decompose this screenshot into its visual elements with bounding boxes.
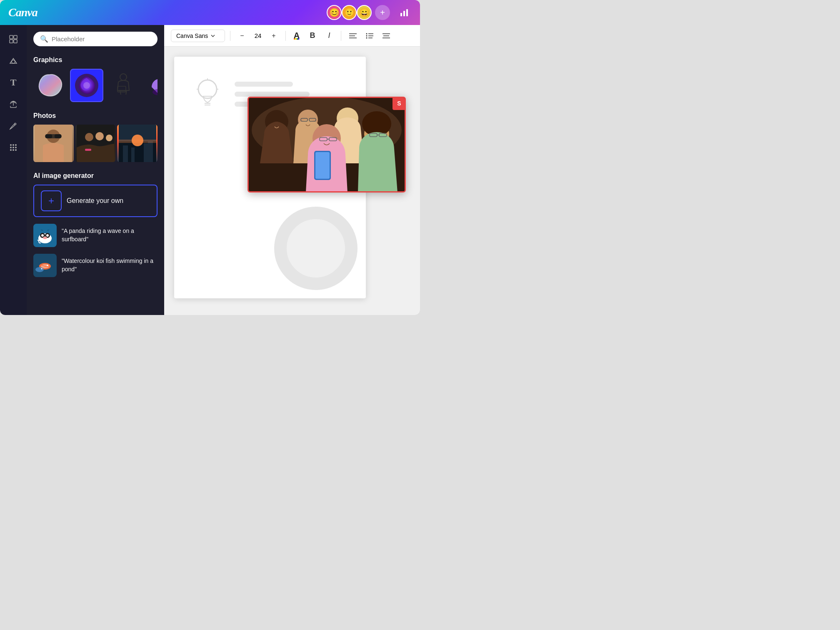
color-rainbow-underline	[294, 38, 300, 40]
canva-logo: Canva	[8, 6, 38, 19]
toolbar-divider-1	[230, 31, 230, 41]
photos-section-title: Photos	[33, 112, 158, 120]
avatar-3[interactable]: 😄	[357, 5, 372, 20]
toolbar: Canva Sans − 24 + A B I	[164, 25, 420, 47]
group-photo-svg	[249, 98, 405, 191]
header-right: 😊 🙂 😄 +	[327, 5, 412, 20]
canvas-line-2	[235, 92, 310, 97]
svg-point-13	[12, 147, 14, 148]
search-bar[interactable]: 🔍	[33, 32, 158, 46]
search-input[interactable]	[52, 35, 151, 42]
italic-button[interactable]: I	[322, 29, 336, 42]
ai-generator-section: AI image generator + Generate your own	[33, 172, 158, 277]
svg-point-10	[12, 144, 14, 146]
svg-rect-32	[85, 149, 91, 151]
svg-point-29	[85, 133, 93, 141]
svg-rect-0	[400, 13, 402, 16]
main-area: T	[0, 25, 420, 315]
svg-rect-79	[315, 152, 330, 179]
panda-thumb	[33, 224, 57, 247]
generate-your-own-button[interactable]: + Generate your own	[33, 185, 158, 217]
svg-point-66	[198, 80, 217, 98]
generate-label: Generate your own	[67, 197, 123, 205]
svg-point-57	[366, 33, 368, 34]
graphics-section-title: Graphics	[33, 56, 158, 64]
panda-description: "A panda riding a wave on a surfboard"	[62, 227, 158, 243]
ai-example-koi[interactable]: "Watercolour koi fish swimming in a pond…	[33, 254, 158, 277]
svg-point-14	[15, 147, 17, 148]
svg-point-45	[41, 234, 44, 237]
svg-point-84	[371, 112, 382, 124]
photo-thumb-city[interactable]	[117, 125, 158, 162]
font-selector[interactable]: Canva Sans	[171, 30, 225, 42]
generate-plus-icon: +	[41, 190, 62, 211]
avatar-1-face: 😊	[329, 8, 340, 18]
more-formatting-icon	[382, 33, 390, 39]
sidebar-icon-elements[interactable]	[4, 30, 22, 48]
svg-rect-40	[119, 140, 156, 143]
photo-thumb-group[interactable]	[75, 125, 116, 162]
graphic-purple-swirl[interactable]	[70, 69, 103, 102]
font-dropdown-icon	[210, 33, 215, 38]
list-button[interactable]	[363, 29, 376, 42]
toolbar-divider-3	[341, 31, 341, 41]
ai-example-panda[interactable]: "A panda riding a wave on a surfboard"	[33, 224, 158, 247]
sidebar-icon-draw[interactable]	[4, 117, 22, 135]
svg-point-7	[12, 60, 15, 63]
photo-inner: S	[249, 98, 405, 191]
photo-user-badge: S	[392, 98, 405, 110]
align-button[interactable]	[346, 29, 360, 42]
svg-rect-3	[10, 35, 13, 39]
font-name: Canva Sans	[176, 32, 208, 39]
svg-point-53	[41, 268, 42, 270]
graphic-person-laptop[interactable]	[107, 69, 140, 102]
graphic-purple-fan[interactable]	[143, 69, 158, 102]
photos-row	[33, 125, 158, 162]
header: Canva 😊 🙂 😄 +	[0, 0, 420, 25]
list-icon	[366, 33, 373, 39]
svg-point-20	[120, 74, 127, 80]
font-size-increase-button[interactable]: +	[267, 29, 280, 42]
canvas-line-1	[235, 82, 293, 87]
font-size-value[interactable]: 24	[252, 32, 264, 39]
svg-point-8	[15, 123, 16, 125]
canvas-circle-decoration	[274, 207, 358, 290]
svg-rect-26	[45, 134, 52, 138]
svg-point-52	[35, 267, 44, 272]
svg-point-11	[15, 144, 17, 146]
svg-rect-36	[131, 148, 135, 162]
font-size-decrease-button[interactable]: −	[235, 29, 249, 42]
avatar-2[interactable]: 🙂	[342, 5, 357, 20]
floating-photo[interactable]: S ▶ Sasha	[248, 97, 406, 192]
avatar-2-face: 🙂	[344, 8, 355, 18]
svg-point-12	[10, 147, 12, 148]
svg-point-16	[12, 149, 14, 151]
sidebar-icon-apps[interactable]	[4, 138, 22, 157]
sidebar-icon-upload[interactable]	[4, 95, 22, 113]
svg-rect-6	[14, 40, 17, 43]
svg-rect-27	[55, 134, 61, 138]
add-collaborator-button[interactable]: +	[375, 5, 390, 20]
graphic-chrome-blob[interactable]	[33, 69, 67, 102]
koi-thumb	[33, 254, 57, 277]
photo-thumb-woman[interactable]	[33, 125, 74, 162]
analytics-icon[interactable]	[397, 5, 412, 20]
align-icon	[349, 33, 357, 39]
elements-panel: 🔍 Graphics	[27, 25, 164, 315]
more-formatting-button[interactable]	[380, 29, 393, 42]
svg-point-30	[95, 132, 104, 140]
svg-rect-5	[10, 40, 13, 43]
sidebar-icon-shapes[interactable]	[4, 52, 22, 70]
svg-point-9	[10, 144, 12, 146]
avatar-1[interactable]: 😊	[327, 5, 342, 20]
bold-button[interactable]: B	[306, 29, 319, 42]
toolbar-divider-2	[285, 31, 286, 41]
koi-description: "Watercolour koi fish swimming in a pond…	[62, 257, 158, 273]
svg-point-17	[15, 149, 17, 151]
svg-point-22	[152, 89, 158, 95]
svg-rect-1	[403, 11, 405, 16]
icon-sidebar: T	[0, 25, 27, 315]
sidebar-icon-text[interactable]: T	[4, 73, 22, 92]
text-color-button[interactable]: A	[291, 30, 302, 42]
graphics-row: ›	[33, 69, 158, 102]
